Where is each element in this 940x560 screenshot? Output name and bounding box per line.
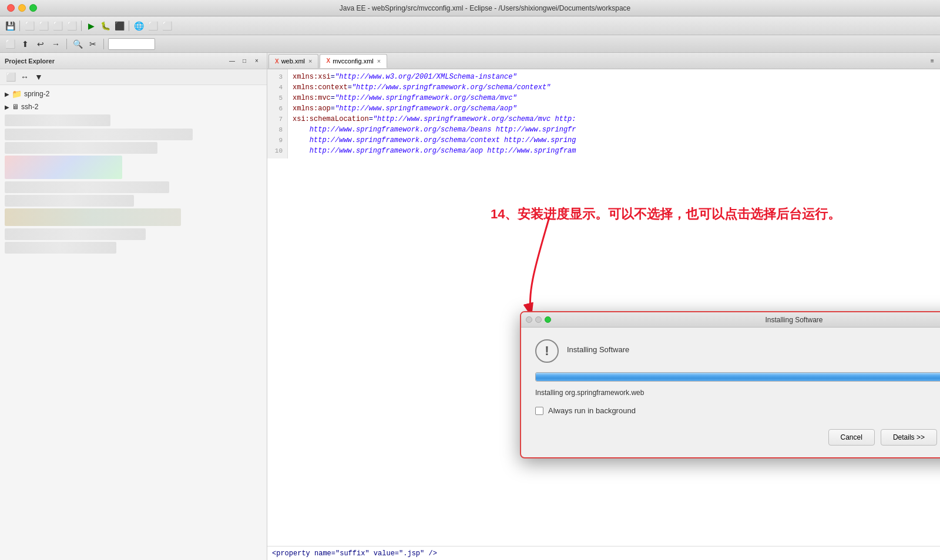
editor-area: X web.xml × X mvcconfig.xml × ≡ 3 4 5 6 … [267, 53, 940, 560]
sidebar-link-editor[interactable]: ↔ [19, 71, 31, 83]
toolbar-run[interactable]: ▶ [85, 19, 98, 32]
always-run-label: Always run in background [548, 406, 636, 415]
blurred-row-1 [5, 114, 110, 126]
install-dialog: Installing Software ! Installing Softwar… [520, 311, 940, 458]
blurred-row-5 [5, 181, 169, 193]
dialog-info-icon: ! [535, 339, 559, 363]
dialog-tl-min[interactable] [535, 316, 542, 323]
tab-icon-mvcconfig: X [326, 58, 330, 64]
code-line-7: xsi:schemaLocation="http://www.springfra… [293, 114, 935, 124]
always-run-row: Always run in background [535, 406, 940, 415]
window-controls [7, 4, 37, 12]
main-layout: Project Explorer — □ × ⬜ ↔ ▼ ▶ 📁 spring-… [0, 53, 940, 560]
dialog-main-label: Installing Software [567, 339, 629, 354]
sidebar-minimize[interactable]: — [227, 56, 237, 66]
folder-icon-spring2: 📁 [12, 89, 22, 99]
always-run-checkbox[interactable] [535, 407, 543, 415]
tree-item-spring2[interactable]: ▶ 📁 spring-2 [0, 87, 267, 100]
toolbar-btn-7[interactable]: ⬜ [146, 19, 159, 32]
line-numbers: 3 4 5 6 7 8 9 10 [267, 69, 288, 158]
nav-btn-2[interactable]: ⬆ [19, 38, 32, 50]
tab-close-webxml[interactable]: × [308, 58, 312, 65]
title-bar: Java EE - webSpring/src/mvcconfig.xml - … [0, 0, 940, 16]
toolbar-btn-4[interactable]: ⬜ [51, 19, 64, 32]
blurred-row-4 [5, 156, 122, 179]
blurred-row-2 [5, 129, 193, 140]
quick-access-input[interactable] [108, 38, 155, 50]
blurred-row-7 [5, 208, 181, 226]
toolbar-btn-3[interactable]: ⬜ [37, 19, 50, 32]
property-line-text: <property name="suffix" value=".jsp" /> [272, 549, 437, 558]
expand-arrow-ssh2: ▶ [5, 104, 9, 110]
toolbar-btn-1[interactable]: 💾 [4, 19, 16, 32]
project-icon-ssh2: 🖥 [12, 103, 19, 111]
editor-menu-btn[interactable]: ≡ [926, 55, 939, 68]
sidebar-close[interactable]: × [251, 56, 262, 66]
sidebar-header: Project Explorer — □ × [0, 53, 267, 69]
main-toolbar: 💾 ⬜ ⬜ ⬜ ⬜ ▶ 🐛 ⬛ 🌐 ⬜ ⬜ [0, 16, 940, 35]
progress-bar-inner [536, 373, 940, 381]
sidebar-maximize[interactable]: □ [239, 56, 250, 66]
toolbar-stop[interactable]: ⬛ [113, 19, 126, 32]
code-line-5: xmlns:mvc="http://www.springframework.or… [293, 93, 935, 103]
tree-label-spring2: spring-2 [24, 90, 49, 98]
code-line-3: xmlns:xsi="http://www.w3.org/2001/XMLSch… [293, 72, 935, 82]
progress-container [535, 372, 940, 382]
cancel-button[interactable]: Cancel [828, 429, 875, 446]
tab-label-mvcconfig: mvcconfig.xml [333, 58, 374, 65]
tab-webxml[interactable]: X web.xml × [268, 54, 318, 68]
tree-item-ssh2[interactable]: ▶ 🖥 ssh-2 [0, 100, 267, 113]
sep3 [129, 21, 129, 31]
secondary-toolbar: ⬜ ⬆ ↩ → 🔍 ✂ [0, 35, 940, 53]
code-content: 3 4 5 6 7 8 9 10 xmlns:xsi="http://www.w… [267, 69, 940, 158]
sidebar-toolbar: — □ × [227, 56, 262, 66]
toolbar-btn-2[interactable]: ⬜ [23, 19, 36, 32]
progress-bar-outer [535, 372, 940, 382]
window-title: Java EE - webSpring/src/mvcconfig.xml - … [37, 4, 933, 12]
tab-close-mvcconfig[interactable]: × [377, 58, 381, 65]
details-button[interactable]: Details >> [881, 429, 937, 446]
sep4 [66, 39, 67, 49]
sidebar-tree: ▶ 📁 spring-2 ▶ 🖥 ssh-2 [0, 85, 267, 560]
tree-label-ssh2: ssh-2 [21, 103, 38, 111]
code-line-10: http://www.springframework.org/schema/ao… [293, 146, 935, 156]
tab-icon-webxml: X [275, 58, 279, 65]
sep1 [19, 21, 20, 31]
nav-btn-6[interactable]: ✂ [86, 38, 99, 50]
toolbar-debug[interactable]: 🐛 [99, 19, 112, 32]
dialog-header-row: ! Installing Software [535, 339, 940, 363]
sidebar-dropdown[interactable]: ▼ [33, 71, 45, 83]
close-button[interactable] [7, 4, 15, 12]
toolbar-btn-6[interactable]: 🌐 [132, 19, 145, 32]
project-explorer: Project Explorer — □ × ⬜ ↔ ▼ ▶ 📁 spring-… [0, 53, 267, 560]
blurred-row-3 [5, 142, 157, 154]
nav-btn-4[interactable]: → [49, 38, 62, 50]
sep2 [81, 21, 82, 31]
tab-mvcconfig[interactable]: X mvcconfig.xml × [320, 54, 387, 68]
dialog-titlebar: Installing Software [521, 312, 940, 328]
code-line-9: http://www.springframework.org/schema/co… [293, 135, 935, 146]
dialog-buttons: Cancel Details >> Run in Background [535, 427, 940, 446]
dialog-body: ! Installing Software Installing org.spr… [521, 328, 940, 457]
bottom-property-row: <property name="suffix" value=".jsp" /> [267, 546, 940, 560]
tab-bar: X web.xml × X mvcconfig.xml × ≡ [267, 53, 940, 69]
blurred-row-8 [5, 228, 146, 240]
sidebar-collapse-all[interactable]: ⬜ [5, 71, 16, 83]
dialog-title: Installing Software [551, 316, 940, 324]
tab-label-webxml: web.xml [281, 58, 305, 65]
code-line-8: http://www.springframework.org/schema/be… [293, 124, 935, 135]
toolbar-btn-5[interactable]: ⬜ [65, 19, 78, 32]
toolbar-btn-8[interactable]: ⬜ [160, 19, 173, 32]
maximize-button[interactable] [29, 4, 37, 12]
code-line-4: xmlns:context="http://www.springframewor… [293, 82, 935, 93]
minimize-button[interactable] [18, 4, 26, 12]
nav-btn-5[interactable]: 🔍 [71, 38, 84, 50]
dialog-tl-close[interactable] [526, 316, 532, 323]
nav-btn-3[interactable]: ↩ [34, 38, 47, 50]
blurred-row-9 [5, 242, 116, 254]
nav-btn-1[interactable]: ⬜ [4, 38, 16, 50]
progress-status: Installing org.springframework.web [535, 389, 940, 397]
expand-arrow-spring2: ▶ [5, 91, 9, 97]
dialog-tl-max[interactable] [545, 316, 551, 323]
code-line-6: xmlns:aop="http://www.springframework.or… [293, 103, 935, 114]
